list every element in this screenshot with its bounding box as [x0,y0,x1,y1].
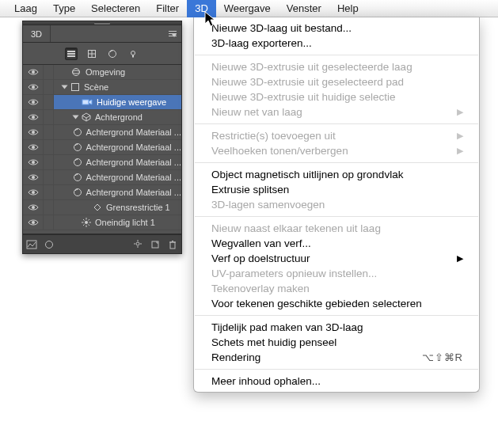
menu-weergave[interactable]: Weergave [216,0,279,17]
tree-row-content[interactable]: Scène [54,80,181,94]
visibility-eye-icon[interactable] [23,215,44,230]
svg-line-37 [83,225,85,226]
svg-point-29 [85,221,88,224]
panel-flyout-menu-icon[interactable] [169,28,181,40]
svg-point-21 [32,161,35,164]
tree-row[interactable]: Achtergrond [23,110,181,125]
trash-icon[interactable] [164,235,181,253]
tree-column-spacer [44,155,54,169]
tree-row-content[interactable]: Achtergrond Materiaal ... [54,125,181,139]
menu-item: Nieuwe 3D-extrusie uit geselecteerde laa… [194,59,479,74]
menu-item[interactable]: Object magnetisch uitlijnen op grondvlak [194,167,479,182]
tree-row-content[interactable]: Achtergrond Materiaal ... [54,170,181,184]
menu-3d[interactable]: 3D [187,0,216,17]
visibility-eye-icon[interactable] [23,125,44,139]
svg-rect-8 [132,55,134,58]
menu-item-label: 3D-laag exporteren... [211,37,312,49]
filter-lights-icon[interactable] [127,47,139,60]
menu-item-label: Nieuwe 3D-extrusie uit geselecteerd pad [211,76,404,88]
menu-item[interactable]: Extrusie splitsen [194,182,479,197]
svg-point-24 [74,174,81,181]
camera-icon [82,98,93,106]
tree-row[interactable]: Scène [23,80,181,95]
filter-materials-icon[interactable] [106,47,119,60]
menu-item[interactable]: Nieuwe 3D-laag uit bestand... [194,21,479,36]
tree-row-content[interactable]: Achtergrond Materiaal ... [54,185,181,199]
menu-item-label: Schets met huidig penseel [211,336,336,348]
tree-row-content[interactable]: Omgeving [54,65,181,79]
material-node-icon [73,127,82,137]
tree-row[interactable]: Grensrestrictie 1 [23,200,181,215]
tree-row-content[interactable]: Oneindig licht 1 [54,215,181,230]
menu-item-label: Object magnetisch uitlijnen op grondvlak [211,169,403,180]
3d-panel: 3D OmgevingScèneHuidige weergaveAchtergr… [22,21,182,254]
visibility-eye-icon[interactable] [23,80,44,94]
svg-rect-0 [67,51,75,52]
tree-row[interactable]: Achtergrond Materiaal ... [23,125,181,140]
tree-row-label: Scène [84,82,108,92]
menu-item[interactable]: Wegvallen van verf... [194,236,479,251]
svg-point-10 [73,69,80,76]
menu-item-label: Nieuwe 3D-laag uit bestand... [211,22,352,34]
tree-row[interactable]: Achtergrond Materiaal ... [23,155,181,170]
menu-venster[interactable]: Venster [279,0,329,17]
menu-item[interactable]: Tijdelijk pad maken van 3D-laag [194,320,479,335]
svg-point-18 [74,129,81,136]
visibility-eye-icon[interactable] [23,65,44,79]
visibility-eye-icon[interactable] [23,170,44,184]
menu-3d-dropdown: Nieuwe 3D-laag uit bestand...3D-laag exp… [193,17,480,393]
tree-row[interactable]: Oneindig licht 1 [23,215,181,230]
svg-point-17 [32,131,35,134]
filter-whole-scene-icon[interactable] [65,47,78,60]
filter-meshes-icon[interactable] [86,47,98,60]
menu-item: UV-parameters opnieuw instellen... [194,266,479,281]
menu-item[interactable]: Voor tekenen geschikte gebieden selecter… [194,296,479,311]
tree-row-content[interactable]: Achtergrond Materiaal ... [54,140,181,154]
new-item-icon[interactable] [146,235,164,253]
tab-3d[interactable]: 3D [23,25,51,42]
visibility-eye-icon[interactable] [23,140,44,154]
menu-selecteren[interactable]: Selecteren [83,0,148,17]
tree-row-label: Achtergrond Materiaal ... [86,188,181,197]
render-settings-icon[interactable] [23,235,40,253]
tree-column-spacer [44,65,54,79]
menu-item[interactable]: Schets met huidig penseel [194,335,479,350]
visibility-eye-icon[interactable] [23,95,44,109]
menu-item[interactable]: 3D-laag exporteren... [194,36,479,51]
tree-row-content[interactable]: Grensrestrictie 1 [54,200,181,215]
visibility-eye-icon[interactable] [23,200,44,215]
visibility-eye-icon[interactable] [23,185,44,199]
menu-laag[interactable]: Laag [6,0,45,17]
menu-item[interactable]: Rendering⌥⇧⌘R [194,350,479,365]
menu-item-label: Nieuwe 3D-extrusie uit huidige selectie [211,91,396,103]
tree-row-label: Achtergrond Materiaal ... [86,127,181,137]
new-light-icon[interactable] [129,235,146,253]
tree-column-spacer [44,185,54,199]
menu-item: 3D-lagen samenvoegen [194,197,479,212]
render-icon[interactable] [40,235,58,253]
tree-row[interactable]: Omgeving [23,65,181,80]
tree-row-label: Achtergrond Materiaal ... [86,173,181,182]
tree-row[interactable]: Achtergrond Materiaal ... [23,170,181,185]
menu-item[interactable]: Verf op doelstructuur▶ [194,251,479,266]
menu-item-label: Veelhoeken tonen/verbergen [211,145,348,157]
menu-type[interactable]: Type [45,0,83,17]
tree-row-content[interactable]: Achtergrond [54,110,181,124]
tree-row[interactable]: Huidige weergave [23,95,181,110]
submenu-arrow-icon: ▶ [457,253,463,264]
menu-help[interactable]: Help [329,0,367,17]
tree-row-content[interactable]: Achtergrond Materiaal ... [54,155,181,169]
menu-item-label: Voor tekenen geschikte gebieden selecter… [211,298,422,309]
visibility-eye-icon[interactable] [23,110,44,124]
visibility-eye-icon[interactable] [23,155,44,169]
tree-row-content[interactable]: Huidige weergave [54,95,181,109]
tree-row[interactable]: Achtergrond Materiaal ... [23,185,181,200]
submenu-arrow-icon: ▶ [457,146,463,156]
environment-icon [70,67,82,77]
disclosure-triangle-icon[interactable] [62,85,68,89]
menu-filter[interactable]: Filter [148,0,187,17]
disclosure-triangle-icon[interactable] [73,116,79,120]
menu-item[interactable]: Meer inhoud ophalen... [194,374,479,389]
panel-tabbar: 3D [23,25,181,43]
tree-row[interactable]: Achtergrond Materiaal ... [23,140,181,155]
